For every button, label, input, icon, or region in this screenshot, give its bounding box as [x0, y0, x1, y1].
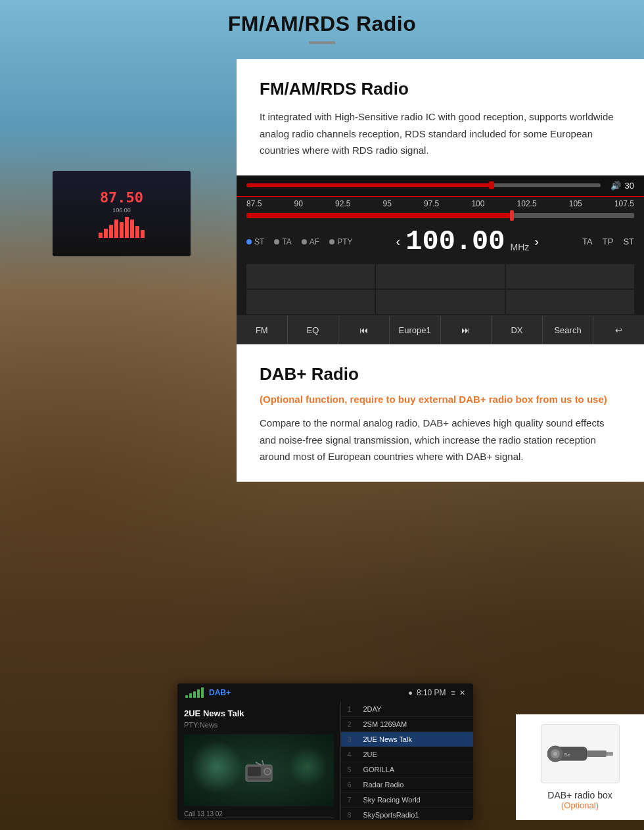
channel-1[interactable]: 1 2DAY — [341, 702, 474, 717]
dab-station-name: 2UE News Talk — [184, 708, 334, 718]
screen-inset: 87.50 106.00 — [53, 171, 191, 256]
pty-label: PTY — [337, 237, 352, 246]
svg-line-5 — [256, 762, 261, 765]
dab-box-label: DAB+ radio box — [526, 790, 634, 800]
freq-87_5: 87.5 — [246, 199, 262, 208]
screen-subfreq: 106.00 — [112, 207, 131, 214]
channel-6[interactable]: 6 Radar Radio — [341, 777, 474, 793]
radio-right-controls: TA TP ST — [582, 237, 634, 246]
channel-8[interactable]: 8 SkySportsRadio1 — [341, 808, 474, 820]
dab-box-section: Se DAB+ radio box (Optional) — [516, 714, 644, 820]
fm-button[interactable]: FM — [237, 316, 288, 344]
sig-bar-4 — [197, 689, 200, 698]
dab-mockup-area: DAB+ ● 8:10 PM ≡ ✕ 2UE News Talk PTY:New… — [177, 683, 473, 820]
dab-optional-text: (Optional function, require to buy exter… — [260, 392, 621, 407]
dab-label: DAB+ — [209, 688, 231, 697]
search-button[interactable]: Search — [543, 316, 594, 344]
dab-controls: ⏮ 🔍 ⏭ — [184, 818, 334, 820]
preset-2[interactable] — [376, 264, 504, 288]
svg-rect-1 — [248, 767, 261, 776]
preset-5[interactable] — [376, 290, 504, 314]
channel-2[interactable]: 2 2SM 1269AM — [341, 717, 474, 732]
af-dot — [302, 239, 307, 244]
preset-grid — [237, 263, 644, 315]
ta-label: TA — [282, 237, 291, 246]
dab-header: DAB+ ● 8:10 PM ≡ ✕ — [177, 683, 473, 702]
dab-content: 2UE News Talk PTY:News — [177, 702, 473, 820]
preset-1[interactable] — [246, 264, 375, 288]
radio-option-af: AF — [302, 237, 319, 246]
bar3 — [109, 225, 113, 238]
sig-bar-3 — [193, 691, 196, 698]
dab-channel-list-panel: 1 2DAY 2 2SM 1269AM 3 2UE News Talk 4 — [340, 702, 474, 820]
freq-up-button[interactable]: › — [534, 234, 539, 249]
channel-4[interactable]: 4 2UE — [341, 747, 474, 762]
svg-point-11 — [553, 752, 557, 756]
tp-label: TP — [603, 237, 614, 246]
dab-box-image: Se — [541, 724, 620, 783]
freq-90: 90 — [294, 199, 302, 208]
right-panel: FM/AM/RDS Radio It integrated with High-… — [237, 59, 644, 482]
menu-icon: ≡ — [451, 689, 455, 697]
bar6 — [125, 217, 129, 238]
preset-6[interactable] — [506, 290, 634, 314]
channel-5[interactable]: 5 GORILLA — [341, 762, 474, 777]
next-button[interactable]: ⏭ — [441, 316, 492, 344]
volume-thumb — [489, 181, 494, 189]
bar4 — [114, 219, 118, 238]
st-right-label: ST — [623, 237, 634, 246]
dab-channel-list: 1 2DAY 2 2SM 1269AM 3 2UE News Talk 4 — [341, 702, 474, 820]
dab-optional-label: (Optional) — [526, 800, 634, 810]
freq-thumb — [510, 210, 514, 221]
signal-indicator — [185, 687, 204, 698]
dx-button[interactable]: DX — [492, 316, 543, 344]
europe1-button[interactable]: Europe1 — [390, 316, 441, 344]
screen-bars — [99, 217, 145, 238]
smoke-1 — [191, 741, 243, 793]
freq-100: 100 — [471, 199, 484, 208]
page-container: FM/AM/RDS Radio 87.50 106.00 — [0, 0, 644, 830]
svg-rect-8 — [587, 750, 607, 757]
freq-92_5: 92.5 — [335, 199, 350, 208]
sig-bar-5 — [201, 687, 204, 698]
screen-frequency: 87.50 — [100, 189, 143, 206]
fm-description: It integrated with High-Sensitive radio … — [260, 108, 621, 159]
channel-3[interactable]: 3 2UE News Talk — [341, 732, 474, 747]
radio-icon — [242, 757, 275, 783]
svg-line-6 — [262, 760, 264, 765]
back-button[interactable]: ↩ — [593, 316, 644, 344]
dab-section: DAB+ Radio (Optional function, require t… — [237, 344, 644, 482]
sig-bar-1 — [185, 695, 188, 698]
svg-rect-4 — [248, 778, 270, 779]
channel-7[interactable]: 7 Sky Racing World — [341, 793, 474, 808]
svg-point-3 — [266, 770, 269, 773]
connector-svg: Se — [547, 731, 613, 777]
svg-text:Se: Se — [564, 752, 570, 758]
close-icon: ✕ — [459, 689, 465, 697]
radio-header: 🔊 30 — [237, 175, 644, 197]
page-title-section: FM/AM/RDS Radio — [0, 0, 644, 44]
freq-107_5: 107.5 — [614, 199, 634, 208]
radio-option-ta: TA — [274, 237, 291, 246]
bar9 — [141, 230, 145, 238]
dab-ui: DAB+ ● 8:10 PM ≡ ✕ 2UE News Talk PTY:New… — [177, 683, 473, 820]
dab-visual — [184, 734, 334, 806]
car-overlay: 87.50 106.00 — [0, 66, 250, 394]
radio-bottom-bar: FM EQ ⏮ Europe1 ⏭ DX Search ↩ — [237, 315, 644, 344]
bar5 — [120, 222, 124, 238]
eq-button[interactable]: EQ — [288, 316, 339, 344]
st-label: ST — [254, 237, 264, 246]
dab-left-panel: 2UE News Talk PTY:News — [177, 702, 340, 820]
fm-section: FM/AM/RDS Radio It integrated with High-… — [237, 59, 644, 175]
frequency-value: 100.00 — [405, 226, 505, 258]
page-title: FM/AM/RDS Radio — [0, 12, 644, 36]
freq-bar — [246, 213, 634, 218]
st-dot — [246, 239, 252, 244]
preset-3[interactable] — [506, 264, 634, 288]
dab-pty: PTY:News — [184, 721, 334, 729]
dab-time: 8:10 PM — [417, 688, 446, 697]
af-label: AF — [310, 237, 319, 246]
freq-down-button[interactable]: ‹ — [396, 234, 401, 249]
prev-button[interactable]: ⏮ — [338, 316, 390, 344]
preset-4[interactable] — [246, 290, 375, 314]
